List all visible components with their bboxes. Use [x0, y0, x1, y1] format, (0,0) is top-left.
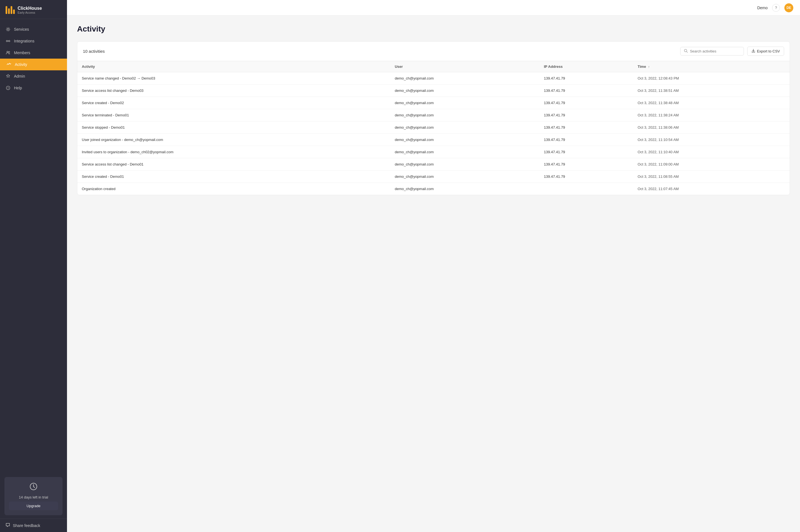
- org-name: Demo: [757, 5, 768, 10]
- col-ip: IP Address: [539, 61, 633, 72]
- search-icon: [684, 49, 688, 54]
- table-row: Service name changed - Demo02 → Demo03 d…: [77, 72, 790, 84]
- cell-ip: 139.47.41.79: [539, 134, 633, 146]
- services-icon: [5, 27, 11, 32]
- logo-bar-4: [13, 10, 15, 14]
- table-row: Service stopped - Demo01 demo_ch@yopmail…: [77, 121, 790, 134]
- svg-point-0: [7, 28, 9, 30]
- help-icon: ?: [5, 86, 11, 91]
- trial-text: 14 days left in trial: [19, 495, 48, 499]
- cell-activity: Service access list changed - Demo03: [77, 84, 390, 97]
- help-button[interactable]: ?: [772, 4, 780, 12]
- cell-activity: Service access list changed - Demo01: [77, 158, 390, 171]
- col-user: User: [390, 61, 539, 72]
- cell-time: Oct 3, 2022, 11:38:51 AM: [633, 84, 790, 97]
- cell-ip: 139.47.41.79: [539, 146, 633, 158]
- svg-point-2: [9, 40, 10, 42]
- cell-activity: Service stopped - Demo01: [77, 121, 390, 134]
- svg-point-5: [9, 51, 10, 53]
- page-title: Activity: [77, 24, 790, 34]
- cell-user: demo_ch@yopmail.com: [390, 171, 539, 183]
- sidebar-item-integrations-label: Integrations: [14, 39, 34, 43]
- logo-icon: [5, 6, 15, 14]
- integrations-icon: [5, 39, 11, 43]
- activity-section: 10 activities: [77, 41, 790, 195]
- cell-activity: Organization created: [77, 183, 390, 195]
- trial-clock-icon: [29, 482, 38, 493]
- cell-ip: 139.47.41.79: [539, 97, 633, 109]
- logo-text: ClickHouse Early Access: [18, 5, 42, 14]
- cell-time: Oct 3, 2022, 11:10:40 AM: [633, 146, 790, 158]
- svg-point-1: [6, 40, 8, 42]
- cell-user: demo_ch@yopmail.com: [390, 121, 539, 134]
- search-box[interactable]: [680, 47, 744, 56]
- sidebar-item-services[interactable]: Services: [0, 23, 67, 35]
- table-row: Service created - Demo02 demo_ch@yopmail…: [77, 97, 790, 109]
- svg-point-4: [7, 51, 8, 53]
- cell-user: demo_ch@yopmail.com: [390, 146, 539, 158]
- cell-time: Oct 3, 2022, 12:08:43 PM: [633, 72, 790, 84]
- export-label: Export to CSV: [757, 49, 780, 53]
- table-row: User joined organization - demo_ch@yopma…: [77, 134, 790, 146]
- sidebar: ClickHouse Early Access Services Int: [0, 0, 67, 532]
- export-icon: [751, 49, 755, 54]
- sidebar-item-admin[interactable]: Admin: [0, 70, 67, 82]
- content-area: Activity 10 activities: [67, 16, 800, 532]
- cell-ip: 139.47.41.79: [539, 84, 633, 97]
- cell-time: Oct 3, 2022, 11:09:00 AM: [633, 158, 790, 171]
- app-name: ClickHouse: [18, 5, 42, 11]
- cell-ip: 139.47.41.79: [539, 171, 633, 183]
- activity-header: 10 activities: [77, 42, 790, 61]
- table-row: Service access list changed - Demo01 dem…: [77, 158, 790, 171]
- cell-time: Oct 3, 2022, 11:38:48 AM: [633, 97, 790, 109]
- members-icon: [5, 50, 11, 55]
- sidebar-item-members[interactable]: Members: [0, 47, 67, 59]
- cell-user: demo_ch@yopmail.com: [390, 84, 539, 97]
- upgrade-button[interactable]: Upgrade: [9, 501, 58, 510]
- feedback-label: Share feedback: [13, 523, 40, 528]
- sidebar-item-admin-label: Admin: [14, 74, 25, 78]
- cell-time: Oct 3, 2022, 11:07:45 AM: [633, 183, 790, 195]
- cell-activity: Service name changed - Demo02 → Demo03: [77, 72, 390, 84]
- cell-ip: 139.47.41.79: [539, 121, 633, 134]
- cell-activity: Service created - Demo02: [77, 97, 390, 109]
- cell-ip: 139.47.41.79: [539, 109, 633, 121]
- search-input[interactable]: [690, 49, 740, 53]
- col-activity: Activity: [77, 61, 390, 72]
- col-time[interactable]: Time ↑: [633, 61, 790, 72]
- cell-user: demo_ch@yopmail.com: [390, 158, 539, 171]
- feedback-icon: [5, 523, 10, 528]
- sidebar-nav: Services Integrations Membe: [0, 19, 67, 474]
- logo-bar-2: [8, 8, 10, 14]
- table-row: Service access list changed - Demo03 dem…: [77, 84, 790, 97]
- activity-icon: [6, 62, 12, 67]
- feedback-button[interactable]: Share feedback: [0, 519, 67, 532]
- export-csv-button[interactable]: Export to CSV: [747, 46, 784, 56]
- sort-icon: ↑: [648, 65, 650, 69]
- sidebar-item-activity[interactable]: Activity: [0, 59, 67, 70]
- cell-ip: 139.47.41.79: [539, 72, 633, 84]
- cell-ip: [539, 183, 633, 195]
- table-header: Activity User IP Address Time ↑: [77, 61, 790, 72]
- cell-ip: 139.47.41.79: [539, 158, 633, 171]
- user-avatar[interactable]: DE: [784, 3, 793, 12]
- cell-time: Oct 3, 2022, 11:38:06 AM: [633, 121, 790, 134]
- svg-text:?: ?: [7, 87, 9, 90]
- activity-controls: Export to CSV: [680, 46, 784, 56]
- sidebar-item-help-label: Help: [14, 86, 22, 90]
- cell-activity: Service terminated - Demo01: [77, 109, 390, 121]
- cell-activity: Invited users to organization - demo_ch0…: [77, 146, 390, 158]
- cell-time: Oct 3, 2022, 11:38:24 AM: [633, 109, 790, 121]
- app-subtitle: Early Access: [18, 11, 42, 14]
- topbar: Demo ? DE: [67, 0, 800, 16]
- trial-box: 14 days left in trial Upgrade: [4, 477, 62, 515]
- table-row: Invited users to organization - demo_ch0…: [77, 146, 790, 158]
- sidebar-item-help[interactable]: ? Help: [0, 82, 67, 94]
- activity-count: 10 activities: [83, 49, 105, 54]
- cell-user: demo_ch@yopmail.com: [390, 109, 539, 121]
- main-content: Demo ? DE Activity 10 activities: [67, 0, 800, 532]
- cell-time: Oct 3, 2022, 11:08:55 AM: [633, 171, 790, 183]
- sidebar-item-integrations[interactable]: Integrations: [0, 35, 67, 47]
- cell-user: demo_ch@yopmail.com: [390, 183, 539, 195]
- logo: ClickHouse Early Access: [0, 0, 67, 19]
